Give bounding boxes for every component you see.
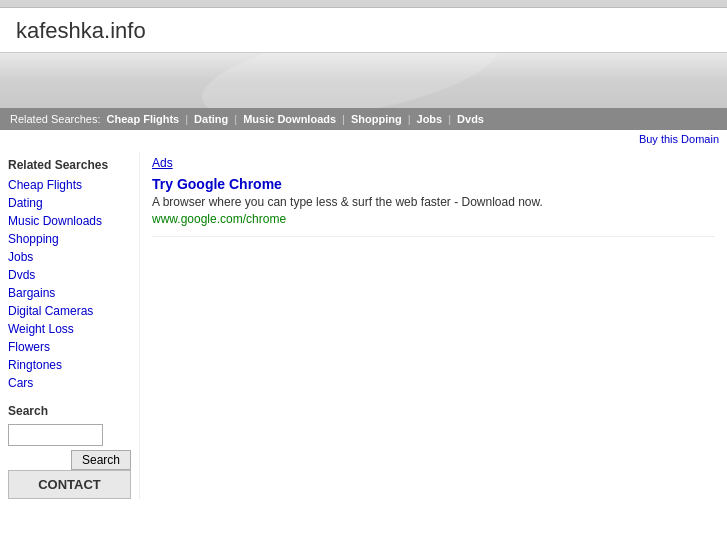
- sidebar-link-flowers[interactable]: Flowers: [8, 340, 50, 354]
- browser-bar: [0, 0, 727, 8]
- sidebar-link-cheap-flights[interactable]: Cheap Flights: [8, 178, 82, 192]
- main-content: Related Searches Cheap Flights Dating Mu…: [0, 148, 727, 503]
- list-item: Dvds: [8, 266, 131, 284]
- content-area: Ads Try Google Chrome A browser where yo…: [140, 152, 727, 499]
- sidebar-link-shopping[interactable]: Shopping: [8, 232, 59, 246]
- list-item: Shopping: [8, 230, 131, 248]
- search-button[interactable]: Search: [71, 450, 131, 470]
- related-bar-link-jobs[interactable]: Jobs: [417, 113, 443, 125]
- buy-domain-link[interactable]: Buy this Domain: [639, 133, 719, 145]
- sidebar-links-list: Cheap Flights Dating Music Downloads Sho…: [8, 176, 131, 392]
- sidebar: Related Searches Cheap Flights Dating Mu…: [0, 152, 140, 499]
- ad-title: Try Google Chrome: [152, 176, 715, 192]
- sidebar-link-jobs[interactable]: Jobs: [8, 250, 33, 264]
- sidebar-link-music-downloads[interactable]: Music Downloads: [8, 214, 102, 228]
- ads-label[interactable]: Ads: [152, 156, 715, 170]
- sidebar-link-cars[interactable]: Cars: [8, 376, 33, 390]
- related-bar-link-cheap-flights[interactable]: Cheap Flights: [107, 113, 180, 125]
- related-searches-label: Related Searches:: [10, 113, 101, 125]
- list-item: Flowers: [8, 338, 131, 356]
- ad-block: Try Google Chrome A browser where you ca…: [152, 176, 715, 237]
- search-section: Search Search: [8, 404, 131, 446]
- related-bar-link-dvds[interactable]: Dvds: [457, 113, 484, 125]
- search-input[interactable]: [8, 424, 103, 446]
- list-item: Bargains: [8, 284, 131, 302]
- ad-url: www.google.com/chrome: [152, 212, 715, 226]
- buy-domain-row: Buy this Domain: [0, 130, 727, 148]
- list-item: Digital Cameras: [8, 302, 131, 320]
- sidebar-link-ringtones[interactable]: Ringtones: [8, 358, 62, 372]
- site-title: kafeshka.info: [16, 18, 146, 43]
- hero-banner: [0, 53, 727, 108]
- list-item: Ringtones: [8, 356, 131, 374]
- ad-description: A browser where you can type less & surf…: [152, 195, 715, 209]
- ad-title-link[interactable]: Try Google Chrome: [152, 176, 282, 192]
- sidebar-link-dating[interactable]: Dating: [8, 196, 43, 210]
- related-bar-link-music-downloads[interactable]: Music Downloads: [243, 113, 336, 125]
- list-item: Dating: [8, 194, 131, 212]
- related-searches-bar: Related Searches: Cheap Flights | Dating…: [0, 108, 727, 130]
- related-bar-link-dating[interactable]: Dating: [194, 113, 228, 125]
- site-header: kafeshka.info: [0, 8, 727, 53]
- list-item: Weight Loss: [8, 320, 131, 338]
- sidebar-link-digital-cameras[interactable]: Digital Cameras: [8, 304, 93, 318]
- sidebar-link-dvds[interactable]: Dvds: [8, 268, 35, 282]
- list-item: Cars: [8, 374, 131, 392]
- list-item: Music Downloads: [8, 212, 131, 230]
- contact-box[interactable]: CONTACT: [8, 470, 131, 499]
- related-bar-link-shopping[interactable]: Shopping: [351, 113, 402, 125]
- sidebar-link-weight-loss[interactable]: Weight Loss: [8, 322, 74, 336]
- list-item: Cheap Flights: [8, 176, 131, 194]
- list-item: Jobs: [8, 248, 131, 266]
- sidebar-link-bargains[interactable]: Bargains: [8, 286, 55, 300]
- related-searches-sidebar-title: Related Searches: [8, 158, 131, 172]
- search-section-title: Search: [8, 404, 131, 418]
